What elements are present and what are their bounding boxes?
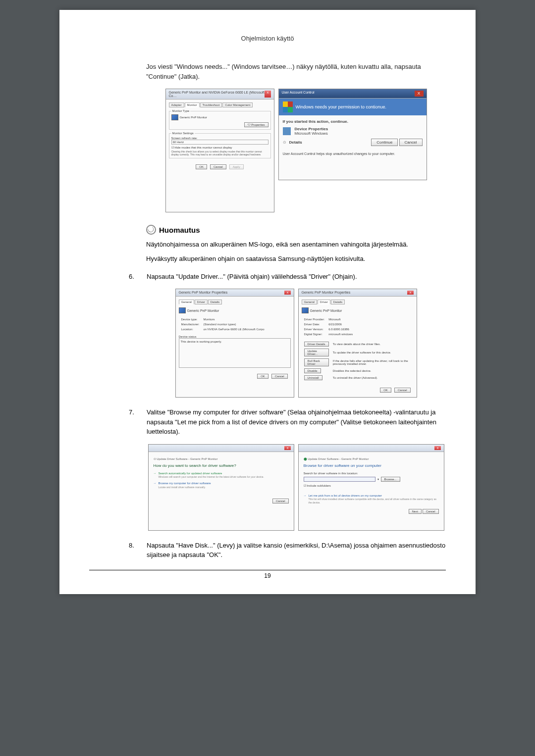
- wizard-heading: Browse for driver software on your compu…: [304, 463, 439, 468]
- dialog-title: Generic PnP Monitor and NVIDIA GeForce 6…: [169, 91, 265, 98]
- update-wizard-2: X ⬤ Update Driver Software - Generic PnP…: [298, 444, 444, 531]
- search-label: Search for driver software in this locat…: [304, 472, 439, 475]
- tab-monitor[interactable]: Monitor: [185, 102, 200, 107]
- close-icon[interactable]: X: [265, 91, 270, 98]
- tab-details[interactable]: Details: [331, 300, 345, 304]
- dropdown-icon[interactable]: ▾: [377, 477, 379, 481]
- wizard-title: ⊙ Update Driver Software - Generic PnP M…: [154, 457, 289, 460]
- tab-driver[interactable]: Driver: [318, 300, 330, 304]
- wizard-pick-option[interactable]: Let me pick from a list of device driver…: [304, 494, 439, 504]
- dialog-tabs: Adapter Monitor Troubleshoot Color Manag…: [169, 102, 271, 107]
- dialog-title: Generic PnP Monitor Properties: [179, 291, 228, 295]
- uac-banner-text: Windows needs your permission to contion…: [296, 104, 387, 109]
- step-text: Napsauta "Update Driver..." (Päivitä ohj…: [147, 272, 446, 282]
- close-icon[interactable]: X: [415, 91, 424, 97]
- dialog-titlebar: Generic PnP Monitor Properties X: [176, 289, 294, 297]
- uninstall-button[interactable]: Uninstall: [304, 375, 322, 380]
- ok-button[interactable]: OK: [257, 374, 268, 379]
- device-icon: [283, 127, 291, 135]
- note-line-2: Hyväksytty alkuperäinen ohjain on saatav…: [146, 254, 446, 264]
- document-page: Ohjelmiston käyttö Jos viesti "Windows n…: [59, 10, 476, 594]
- dialog-title: Generic PnP Monitor Properties: [302, 291, 351, 295]
- browse-button[interactable]: Browse...: [381, 477, 400, 482]
- note-icon: [146, 225, 156, 235]
- wizard-option-2[interactable]: Browse my computer for driver software L…: [154, 482, 289, 489]
- close-icon[interactable]: X: [284, 446, 290, 450]
- wizard-option-1[interactable]: Search automatically for updated driver …: [154, 472, 289, 479]
- chevron-down-icon[interactable]: ⊙: [283, 140, 286, 145]
- continue-button[interactable]: Continue: [371, 139, 398, 146]
- update-wizard-1: X ⊙ Update Driver Software - Generic PnP…: [148, 444, 294, 531]
- arrow-icon: [154, 482, 157, 489]
- note-line-1: Näytönohjaimessa on alkuperäinen MS-logo…: [146, 240, 446, 250]
- status-box: This device is working properly.: [179, 338, 291, 368]
- screenshot-row-2: Generic PnP Monitor Properties X General…: [146, 289, 446, 398]
- dialog-titlebar: X: [299, 445, 444, 452]
- step-text: Napsauta "Have Disk..." (Levy) ja valits…: [147, 541, 446, 560]
- ok-button[interactable]: OK: [196, 164, 207, 169]
- uac-banner: Windows needs your permission to contion…: [279, 99, 427, 115]
- wizard-title: ⬤ Update Driver Software - Generic PnP M…: [304, 457, 439, 460]
- dialog-titlebar: Generic PnP Monitor Properties X: [299, 289, 417, 297]
- tab-general[interactable]: General: [302, 300, 317, 304]
- update-driver-button[interactable]: Update Driver...: [304, 349, 329, 356]
- dialog-titlebar: X: [149, 445, 294, 452]
- hide-modes-checkbox[interactable]: ☑ Hide modes that this monitor cannot di…: [171, 146, 268, 149]
- cancel-button[interactable]: Cancel: [271, 374, 288, 379]
- path-input[interactable]: [304, 477, 375, 482]
- apply-button[interactable]: Apply: [229, 164, 244, 169]
- driver-details-button[interactable]: Driver Details: [304, 342, 329, 347]
- disable-button[interactable]: Disable: [304, 368, 321, 373]
- page-footer: 19: [89, 570, 446, 579]
- device-props-driver: Generic PnP Monitor Properties X General…: [298, 289, 417, 398]
- properties-button[interactable]: Properties: [244, 122, 268, 127]
- include-subfolders-checkbox[interactable]: ☑ Include subfolders: [304, 484, 439, 487]
- note-heading: Huomautus: [159, 226, 200, 234]
- driver-info-table: Driver Provider:Microsoft Driver Date:6/…: [302, 316, 356, 337]
- cancel-button[interactable]: Cancel: [423, 509, 439, 514]
- uac-footer-text: User Account Control helps stop unauthor…: [283, 149, 423, 155]
- close-icon[interactable]: X: [434, 446, 440, 450]
- tab-general[interactable]: General: [179, 300, 194, 304]
- ok-button[interactable]: OK: [380, 388, 391, 393]
- hide-modes-desc: Clearing this check box allows you to se…: [171, 150, 268, 156]
- screenshot-row-3: X ⊙ Update Driver Software - Generic PnP…: [146, 444, 446, 531]
- wizard-heading: How do you want to search for driver sof…: [154, 463, 289, 468]
- shield-icon: [283, 101, 293, 112]
- tab-adapter[interactable]: Adapter: [169, 102, 184, 107]
- uac-dialog: User Account Control X Windows needs you…: [278, 89, 427, 180]
- tab-details[interactable]: Details: [208, 300, 222, 304]
- arrow-icon: [154, 472, 157, 479]
- tab-driver[interactable]: Driver: [195, 300, 208, 304]
- cancel-button[interactable]: Cancel: [210, 164, 226, 169]
- uac-prop-label: Device Properties: [295, 127, 328, 131]
- note-section: Huomautus Näytönohjaimessa on alkuperäin…: [146, 225, 446, 264]
- monitor-icon: [171, 114, 178, 120]
- intro-paragraph: Jos viesti "Windows needs..." (Windows t…: [89, 62, 446, 81]
- details-label[interactable]: Details: [289, 140, 302, 145]
- rollback-driver-button[interactable]: Roll Back Driver: [304, 358, 329, 366]
- close-icon[interactable]: X: [284, 291, 290, 295]
- step-number: 7.: [129, 407, 138, 437]
- page-header: Ohjelmiston käyttö: [89, 35, 446, 42]
- refresh-select[interactable]: 60 Hertz: [171, 140, 268, 145]
- cancel-button[interactable]: Cancel: [394, 388, 411, 393]
- step-6: 6. Napsauta "Update Driver..." (Päivitä …: [129, 272, 446, 282]
- monitor-name: Generic PnP Monitor: [180, 116, 208, 119]
- next-button[interactable]: Next: [409, 509, 422, 514]
- device-props-general: Generic PnP Monitor Properties X General…: [175, 289, 294, 398]
- device-info-table: Device type:Monitors Manufacturer:(Stand…: [179, 316, 267, 332]
- cancel-button[interactable]: Cancel: [272, 499, 289, 504]
- step-text: Valitse "Browse my computer for driver s…: [147, 407, 446, 437]
- monitor-name: Generic PnP Monitor: [310, 309, 342, 312]
- uac-title: User Account Control: [282, 91, 315, 97]
- close-icon[interactable]: X: [407, 291, 413, 295]
- settings-label: Monitor Settings: [171, 132, 195, 135]
- step-8: 8. Napsauta "Have Disk..." (Levy) ja val…: [129, 541, 446, 560]
- tab-troubleshoot[interactable]: Troubleshoot: [200, 102, 222, 107]
- monitor-name: Generic PnP Monitor: [187, 309, 219, 312]
- tab-color[interactable]: Color Management: [222, 102, 253, 107]
- uac-ms-label: Microsoft Windows: [295, 131, 328, 136]
- cancel-button[interactable]: Cancel: [399, 139, 423, 146]
- monitor-icon: [302, 307, 309, 313]
